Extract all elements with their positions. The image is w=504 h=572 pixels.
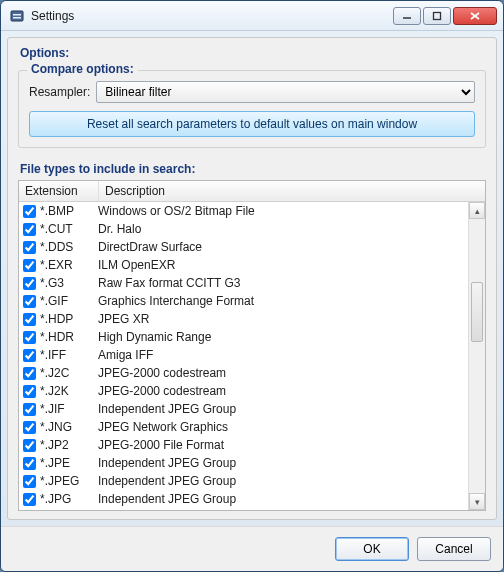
filetype-checkbox[interactable] bbox=[23, 457, 36, 470]
filetype-description: Graphics Interchange Format bbox=[98, 294, 464, 308]
filetype-checkbox[interactable] bbox=[23, 223, 36, 236]
filetype-description: Windows or OS/2 Bitmap File bbox=[98, 204, 464, 218]
filetype-extension: *.JPG bbox=[40, 492, 98, 506]
filetype-checkbox[interactable] bbox=[23, 349, 36, 362]
filetype-description: Amiga IFF bbox=[98, 348, 464, 362]
minimize-button[interactable] bbox=[393, 7, 421, 25]
table-row[interactable]: *.CUTDr. Halo bbox=[19, 220, 468, 238]
filetype-checkbox[interactable] bbox=[23, 241, 36, 254]
filetype-checkbox[interactable] bbox=[23, 385, 36, 398]
filetype-description: JPEG-2000 codestream bbox=[98, 366, 464, 380]
filetype-extension: *.IFF bbox=[40, 348, 98, 362]
resampler-label: Resampler: bbox=[29, 85, 90, 99]
filetype-description: Independent JPEG Group bbox=[98, 492, 464, 506]
reset-search-button[interactable]: Reset all search parameters to default v… bbox=[29, 111, 475, 137]
table-row[interactable]: *.JPEIndependent JPEG Group bbox=[19, 454, 468, 472]
maximize-button[interactable] bbox=[423, 7, 451, 25]
table-row[interactable]: *.JP2JPEG-2000 File Format bbox=[19, 436, 468, 454]
listview-body: *.BMPWindows or OS/2 Bitmap File*.CUTDr.… bbox=[19, 202, 468, 510]
filetype-description: Dr. Halo bbox=[98, 222, 464, 236]
filetype-description: Independent JPEG Group bbox=[98, 456, 464, 470]
filetype-checkbox[interactable] bbox=[23, 259, 36, 272]
column-description[interactable]: Description bbox=[99, 181, 485, 201]
filetype-checkbox[interactable] bbox=[23, 277, 36, 290]
svg-rect-0 bbox=[11, 11, 23, 21]
filetype-checkbox[interactable] bbox=[23, 493, 36, 506]
listview-header: Extension Description bbox=[19, 181, 485, 202]
table-row[interactable]: *.JIFIndependent JPEG Group bbox=[19, 400, 468, 418]
filetype-extension: *.CUT bbox=[40, 222, 98, 236]
compare-options-group: Compare options: Resampler: Bilinear fil… bbox=[18, 70, 486, 148]
svg-rect-4 bbox=[434, 12, 441, 19]
filetype-description: JPEG-2000 codestream bbox=[98, 384, 464, 398]
filetype-checkbox[interactable] bbox=[23, 295, 36, 308]
dialog-footer: OK Cancel bbox=[1, 526, 503, 571]
filetype-extension: *.EXR bbox=[40, 258, 98, 272]
table-row[interactable]: *.IFFAmiga IFF bbox=[19, 346, 468, 364]
titlebar[interactable]: Settings bbox=[1, 1, 503, 31]
close-button[interactable] bbox=[453, 7, 497, 25]
table-row[interactable]: *.J2CJPEG-2000 codestream bbox=[19, 364, 468, 382]
window-title: Settings bbox=[31, 9, 393, 23]
table-row[interactable]: *.HDPJPEG XR bbox=[19, 310, 468, 328]
filetype-checkbox[interactable] bbox=[23, 421, 36, 434]
table-row[interactable]: *.EXRILM OpenEXR bbox=[19, 256, 468, 274]
filetype-extension: *.JPE bbox=[40, 456, 98, 470]
scroll-up-button[interactable]: ▴ bbox=[469, 202, 485, 219]
filetype-extension: *.J2C bbox=[40, 366, 98, 380]
filetype-extension: *.JNG bbox=[40, 420, 98, 434]
filetype-description: DirectDraw Surface bbox=[98, 240, 464, 254]
table-row[interactable]: *.JXRJPEG XR bbox=[19, 508, 468, 510]
table-row[interactable]: *.JPEGIndependent JPEG Group bbox=[19, 472, 468, 490]
filetype-checkbox[interactable] bbox=[23, 475, 36, 488]
client-area: Options: Compare options: Resampler: Bil… bbox=[7, 37, 497, 520]
table-row[interactable]: *.HDRHigh Dynamic Range bbox=[19, 328, 468, 346]
filetype-checkbox[interactable] bbox=[23, 331, 36, 344]
filetype-checkbox[interactable] bbox=[23, 439, 36, 452]
table-row[interactable]: *.J2KJPEG-2000 codestream bbox=[19, 382, 468, 400]
resampler-select[interactable]: Bilinear filter bbox=[96, 81, 475, 103]
scroll-down-button[interactable]: ▾ bbox=[469, 493, 485, 510]
filetypes-heading: File types to include in search: bbox=[20, 162, 486, 176]
filetype-extension: *.HDP bbox=[40, 312, 98, 326]
filetype-description: JPEG XR bbox=[98, 312, 464, 326]
options-heading: Options: bbox=[20, 46, 486, 60]
filetype-description: Independent JPEG Group bbox=[98, 402, 464, 416]
filetype-extension: *.JIF bbox=[40, 402, 98, 416]
column-extension[interactable]: Extension bbox=[19, 181, 99, 201]
settings-window: Settings Options: Compare options: Resam… bbox=[0, 0, 504, 572]
filetype-description: JPEG Network Graphics bbox=[98, 420, 464, 434]
filetype-extension: *.JP2 bbox=[40, 438, 98, 452]
filetype-description: Raw Fax format CCITT G3 bbox=[98, 276, 464, 290]
filetype-checkbox[interactable] bbox=[23, 313, 36, 326]
filetype-checkbox[interactable] bbox=[23, 205, 36, 218]
cancel-button[interactable]: Cancel bbox=[417, 537, 491, 561]
filetype-checkbox[interactable] bbox=[23, 367, 36, 380]
table-row[interactable]: *.JPGIndependent JPEG Group bbox=[19, 490, 468, 508]
filetype-extension: *.GIF bbox=[40, 294, 98, 308]
compare-options-legend: Compare options: bbox=[27, 62, 138, 76]
vertical-scrollbar[interactable]: ▴ ▾ bbox=[468, 202, 485, 510]
filetype-description: High Dynamic Range bbox=[98, 330, 464, 344]
table-row[interactable]: *.JNGJPEG Network Graphics bbox=[19, 418, 468, 436]
table-row[interactable]: *.GIFGraphics Interchange Format bbox=[19, 292, 468, 310]
filetype-extension: *.BMP bbox=[40, 204, 98, 218]
table-row[interactable]: *.G3Raw Fax format CCITT G3 bbox=[19, 274, 468, 292]
scroll-thumb[interactable] bbox=[471, 282, 483, 342]
ok-button[interactable]: OK bbox=[335, 537, 409, 561]
filetype-extension: *.HDR bbox=[40, 330, 98, 344]
filetype-extension: *.JPEG bbox=[40, 474, 98, 488]
svg-rect-1 bbox=[13, 14, 21, 16]
filetype-checkbox[interactable] bbox=[23, 403, 36, 416]
filetype-extension: *.J2K bbox=[40, 384, 98, 398]
filetype-description: JPEG-2000 File Format bbox=[98, 438, 464, 452]
filetype-description: Independent JPEG Group bbox=[98, 474, 464, 488]
filetype-extension: *.DDS bbox=[40, 240, 98, 254]
svg-rect-2 bbox=[13, 17, 21, 19]
app-icon bbox=[9, 8, 25, 24]
window-buttons bbox=[393, 7, 497, 25]
table-row[interactable]: *.DDSDirectDraw Surface bbox=[19, 238, 468, 256]
table-row[interactable]: *.BMPWindows or OS/2 Bitmap File bbox=[19, 202, 468, 220]
filetypes-listview: Extension Description *.BMPWindows or OS… bbox=[18, 180, 486, 511]
filetype-description: ILM OpenEXR bbox=[98, 258, 464, 272]
